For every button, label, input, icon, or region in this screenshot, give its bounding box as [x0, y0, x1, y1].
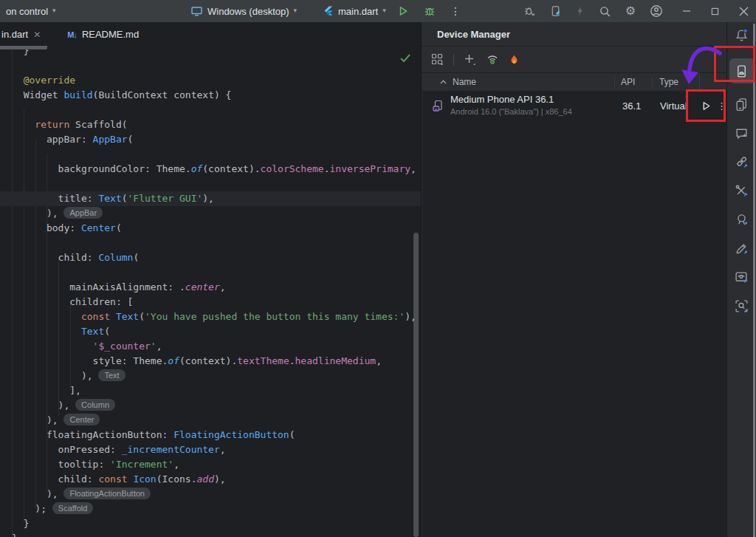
- code-line[interactable]: ), Text: [0, 369, 421, 383]
- code-line[interactable]: const Text('You have pushed the button t…: [0, 309, 421, 324]
- code-line[interactable]: floatingActionButton: FloatingActionButt…: [0, 428, 421, 442]
- maximize-icon[interactable]: [711, 7, 719, 16]
- device-api-level: 36.1: [616, 100, 653, 112]
- device-manager-toolbar: [422, 47, 727, 73]
- code-line[interactable]: }: [0, 531, 421, 537]
- inlay-hint-chip: Text: [98, 369, 125, 381]
- annotation-box-launch-button: [686, 89, 726, 122]
- settings-icon[interactable]: ⚙: [625, 5, 636, 17]
- window-edge: [753, 24, 755, 537]
- code-line[interactable]: return Scaffold(: [0, 117, 421, 132]
- column-name[interactable]: Name: [422, 77, 614, 87]
- virtual-device-icon: [432, 100, 444, 112]
- code-line[interactable]: onPressed: _incrementCounter,: [0, 442, 421, 457]
- code-line[interactable]: ), Column: [0, 398, 421, 413]
- device-subtitle: Android 16.0 ("Baklava") | x86_64: [450, 106, 572, 117]
- panel-title: Device Manager: [437, 29, 510, 40]
- run-config-selector[interactable]: main.dart ▾: [323, 0, 386, 22]
- code-line[interactable]: title: Text('Flutter GUI'),: [0, 191, 421, 206]
- inlay-hint-chip: FloatingActionButton: [63, 488, 151, 499]
- layout-inspector-icon[interactable]: [734, 269, 750, 285]
- editor-tab-bar: in.dart ✕ M↓ README.md: [0, 22, 421, 47]
- toolbar-separator: [453, 54, 454, 66]
- code-line[interactable]: }: [0, 516, 421, 531]
- title-bar: on control ▾ Windows (desktop) ▾ main.da…: [0, 0, 756, 22]
- code-line[interactable]: appBar: AppBar(: [0, 132, 421, 147]
- target-device-label: Windows (desktop): [207, 6, 289, 17]
- active-tab-indicator: [0, 46, 47, 49]
- minimize-icon[interactable]: [682, 7, 691, 16]
- code-line[interactable]: [0, 103, 421, 117]
- device-row[interactable]: Medium Phone API 36.1 Android 16.0 ("Bak…: [422, 91, 727, 120]
- column-api[interactable]: API: [614, 77, 652, 87]
- code-line[interactable]: ), Center: [0, 413, 421, 428]
- running-devices-icon[interactable]: [734, 96, 750, 112]
- device-manager-panel: Device Manager: [421, 22, 727, 537]
- code-line[interactable]: tooltip: 'Increment',: [0, 457, 421, 472]
- app-quality-insights-icon[interactable]: [734, 211, 750, 228]
- resource-search-icon[interactable]: [734, 298, 750, 314]
- close-icon[interactable]: [739, 7, 749, 16]
- add-device-icon[interactable]: [464, 53, 476, 66]
- notifications-bell-icon[interactable]: [734, 27, 750, 43]
- annotation-box-device-manager-button: [714, 46, 755, 82]
- code-line[interactable]: Text(: [0, 324, 421, 339]
- code-line[interactable]: '$_counter',: [0, 339, 421, 354]
- code-line[interactable]: style: Theme.of(context).textTheme.headl…: [0, 354, 421, 369]
- code-line[interactable]: [0, 58, 421, 73]
- tab-close-icon[interactable]: ✕: [33, 30, 41, 40]
- code-line[interactable]: [0, 265, 421, 280]
- grid-view-icon[interactable]: [431, 53, 444, 66]
- inspections-passed-icon[interactable]: [400, 54, 410, 63]
- code-line[interactable]: child: const Icon(Icons.add),: [0, 472, 421, 487]
- code-area[interactable]: } @override Widget build(BuildContext co…: [0, 47, 421, 537]
- account-icon[interactable]: [650, 4, 663, 18]
- debug-icon[interactable]: [424, 5, 436, 17]
- compose-edit-icon[interactable]: [734, 240, 750, 256]
- code-line[interactable]: [0, 147, 421, 162]
- right-tool-sidebar: [726, 22, 756, 537]
- run-icon[interactable]: [397, 5, 409, 17]
- code-line[interactable]: ), FloatingActionButton: [0, 487, 421, 502]
- app-links-assistant-icon[interactable]: [734, 154, 750, 170]
- tab-readme-md[interactable]: M↓ README.md: [61, 22, 145, 47]
- editor-scrollbar[interactable]: [413, 233, 419, 537]
- firebase-icon[interactable]: [509, 53, 520, 66]
- code-line[interactable]: child: Column(: [0, 250, 421, 265]
- monitor-icon: [190, 5, 203, 17]
- vcs-widget[interactable]: on control ▾: [6, 0, 56, 22]
- tab-label: README.md: [82, 29, 139, 40]
- chevron-down-icon: ▾: [52, 7, 56, 14]
- code-editor[interactable]: } @override Widget build(BuildContext co…: [0, 47, 421, 537]
- chevron-down-icon: ▾: [382, 7, 386, 14]
- code-line[interactable]: mainAxisAlignment: .center,: [0, 280, 421, 295]
- code-line[interactable]: Widget build(BuildContext context) {: [0, 88, 421, 103]
- more-icon[interactable]: ⋮: [450, 5, 461, 17]
- code-line[interactable]: ), AppBar: [0, 206, 421, 221]
- sort-asc-icon: [440, 80, 447, 84]
- code-line[interactable]: [0, 177, 421, 191]
- column-type[interactable]: Type: [652, 77, 699, 87]
- gemini-chat-icon[interactable]: [734, 125, 750, 141]
- code-line[interactable]: ],: [0, 383, 421, 398]
- inlay-hint-chip: Column: [75, 399, 115, 411]
- code-line[interactable]: [0, 236, 421, 250]
- code-line[interactable]: ); Scaffold: [0, 502, 421, 516]
- code-line[interactable]: body: Center(: [0, 221, 421, 236]
- hot-reload-icon[interactable]: [575, 5, 585, 17]
- flutter-attach-icon[interactable]: [550, 5, 561, 17]
- device-list: Medium Phone API 36.1 Android 16.0 ("Bak…: [422, 91, 727, 537]
- code-line[interactable]: backgroundColor: Theme.of(context).color…: [0, 162, 421, 177]
- pair-wifi-icon[interactable]: [486, 53, 499, 66]
- device-name: Medium Phone API 36.1: [450, 95, 572, 105]
- code-line[interactable]: @override: [0, 73, 421, 88]
- attach-debugger-icon[interactable]: [523, 5, 536, 17]
- code-line[interactable]: children: [: [0, 295, 421, 309]
- search-icon[interactable]: [599, 5, 611, 18]
- build-tools-icon[interactable]: [734, 182, 750, 199]
- flutter-icon: [323, 5, 334, 17]
- target-device-selector[interactable]: Windows (desktop) ▾: [190, 0, 297, 22]
- code-line[interactable]: }: [0, 47, 421, 58]
- tab-main-dart[interactable]: in.dart ✕: [0, 22, 47, 47]
- inlay-hint-chip: Scaffold: [52, 502, 94, 514]
